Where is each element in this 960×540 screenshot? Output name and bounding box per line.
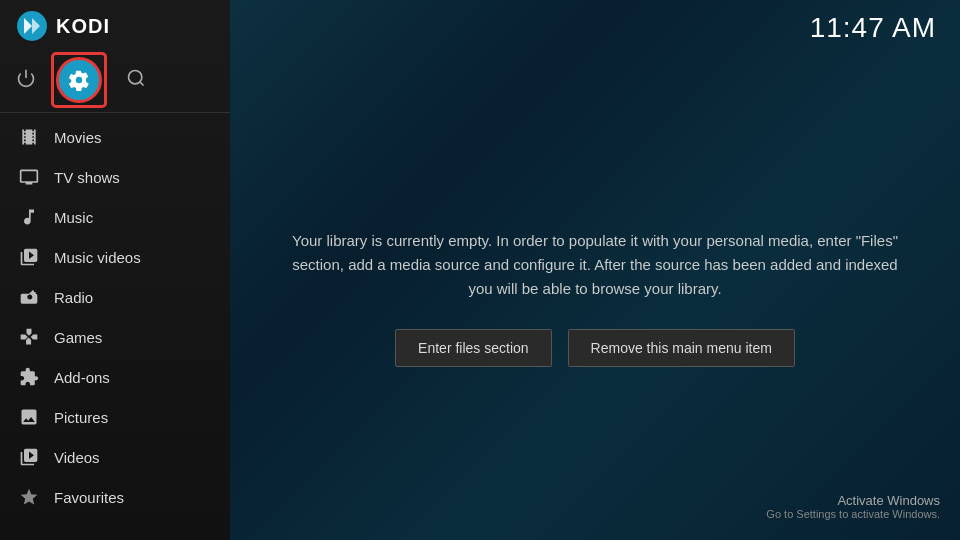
sidebar-item-movies[interactable]: Movies: [0, 117, 230, 157]
addons-icon: [18, 366, 40, 388]
activate-windows-title: Activate Windows: [766, 493, 940, 508]
content-area: Your library is currently empty. In orde…: [230, 56, 960, 540]
radio-label: Radio: [54, 289, 93, 306]
pictures-label: Pictures: [54, 409, 108, 426]
svg-line-5: [140, 81, 144, 85]
sidebar-item-radio[interactable]: Radio: [0, 277, 230, 317]
musicvideos-icon: [18, 246, 40, 268]
sidebar-item-favourites[interactable]: Favourites: [0, 477, 230, 517]
sidebar-header: KODI: [0, 0, 230, 52]
addons-label: Add-ons: [54, 369, 110, 386]
musicvideos-label: Music videos: [54, 249, 141, 266]
movies-icon: [18, 126, 40, 148]
pictures-icon: [18, 406, 40, 428]
remove-menu-item-button[interactable]: Remove this main menu item: [568, 329, 795, 367]
sidebar-item-pictures[interactable]: Pictures: [0, 397, 230, 437]
games-icon: [18, 326, 40, 348]
sidebar-divider-top: [0, 112, 230, 113]
search-button[interactable]: [126, 68, 146, 93]
music-label: Music: [54, 209, 93, 226]
settings-icon-container[interactable]: [56, 57, 102, 103]
enter-files-button[interactable]: Enter files section: [395, 329, 552, 367]
tvshows-label: TV shows: [54, 169, 120, 186]
empty-library-message: Your library is currently empty. In orde…: [290, 229, 900, 301]
kodi-logo: [16, 10, 48, 42]
movies-label: Movies: [54, 129, 102, 146]
sidebar-item-music[interactable]: Music: [0, 197, 230, 237]
favourites-icon: [18, 486, 40, 508]
games-label: Games: [54, 329, 102, 346]
sidebar-item-addons[interactable]: Add-ons: [0, 357, 230, 397]
activate-windows-subtitle: Go to Settings to activate Windows.: [766, 508, 940, 520]
music-icon: [18, 206, 40, 228]
top-icons-bar: [0, 52, 230, 108]
favourites-label: Favourites: [54, 489, 124, 506]
radio-icon: [18, 286, 40, 308]
sidebar-item-tvshows[interactable]: TV shows: [0, 157, 230, 197]
clock-display: 11:47 AM: [810, 12, 936, 44]
top-bar: 11:47 AM: [230, 0, 960, 56]
activate-windows-watermark: Activate Windows Go to Settings to activ…: [766, 493, 940, 520]
videos-icon: [18, 446, 40, 468]
app-title: KODI: [56, 15, 110, 38]
action-buttons: Enter files section Remove this main men…: [395, 329, 795, 367]
videos-label: Videos: [54, 449, 100, 466]
main-content: 11:47 AM Your library is currently empty…: [230, 0, 960, 540]
settings-button[interactable]: [56, 57, 102, 103]
tvshows-icon: [18, 166, 40, 188]
sidebar-item-musicvideos[interactable]: Music videos: [0, 237, 230, 277]
sidebar: KODI: [0, 0, 230, 540]
power-button[interactable]: [16, 68, 36, 93]
svg-point-4: [129, 70, 142, 83]
sidebar-item-games[interactable]: Games: [0, 317, 230, 357]
sidebar-item-videos[interactable]: Videos: [0, 437, 230, 477]
main-nav: Movies TV shows Music Music videos: [0, 117, 230, 517]
